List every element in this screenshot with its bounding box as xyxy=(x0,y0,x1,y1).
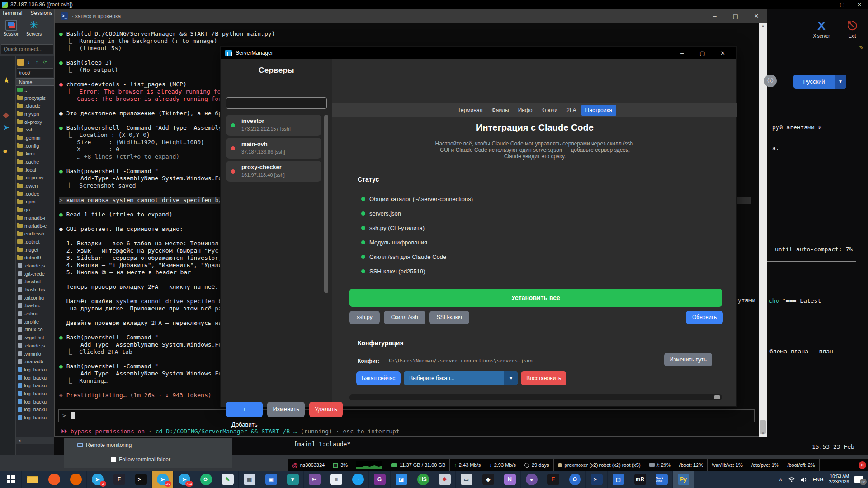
file-row[interactable]: .bashrc xyxy=(16,302,54,310)
taskbar-remote-desktop[interactable]: ▢ xyxy=(608,471,629,488)
taskbar-clock[interactable]: 10:53 AM 2/23/2026 xyxy=(829,474,849,485)
server-card[interactable]: main-ovh37.187.136.86 [ssh] xyxy=(226,138,321,159)
file-row[interactable]: .claude.js xyxy=(16,262,54,270)
file-row[interactable]: log_backu xyxy=(16,389,54,398)
restore-button[interactable]: Восстановить xyxy=(521,371,566,385)
file-row[interactable]: log_backu xyxy=(16,398,54,406)
sm-minimize-button[interactable]: – xyxy=(672,50,692,56)
file-row[interactable]: go xyxy=(16,206,54,214)
dock-app-icon[interactable]: ● xyxy=(3,146,8,155)
taskbar-notes-app[interactable]: ✎ xyxy=(217,471,239,488)
terminal-minimize-button[interactable]: – xyxy=(704,13,725,19)
menu-terminal[interactable]: Terminal xyxy=(2,10,22,16)
Изменить-button[interactable]: Изменить xyxy=(267,402,305,417)
horizontal-scrollbar[interactable] xyxy=(349,394,722,400)
taskbar-ring-app[interactable]: O xyxy=(564,471,586,488)
favorites-star-icon[interactable]: ★ xyxy=(3,76,10,85)
file-row[interactable]: .gemini xyxy=(16,134,54,142)
sm-close-button[interactable]: ✕ xyxy=(712,50,733,56)
file-panel-scrollbar[interactable]: ◄ xyxy=(16,437,55,444)
file-row[interactable]: .kimi xyxy=(16,150,54,158)
backup-now-button[interactable]: Бэкап сейчас xyxy=(356,371,401,385)
sm-maximize-button[interactable]: ▢ xyxy=(692,50,712,56)
server-search-input[interactable] xyxy=(226,97,327,109)
mobaxterm-maximize-button[interactable]: ▢ xyxy=(834,1,851,8)
tab-Инфо[interactable]: Инфо xyxy=(514,105,537,116)
file-row[interactable]: .profile xyxy=(16,318,54,326)
download-icon[interactable]: ↓ xyxy=(25,59,32,66)
taskbar-firefox[interactable] xyxy=(65,471,87,488)
tab-Ключи[interactable]: Ключи xyxy=(538,105,562,116)
taskbar-visual-studio[interactable]: N xyxy=(499,471,521,488)
quick-connect-input[interactable]: Quick connect... xyxy=(1,44,53,54)
edit-pencil-icon[interactable]: ✎ xyxy=(859,44,864,51)
file-row[interactable]: log_backu xyxy=(16,413,54,422)
mobaxterm-close-button[interactable]: ✕ xyxy=(851,1,868,8)
tab-Терминал[interactable]: Терминал xyxy=(453,105,486,116)
terminal-input-box[interactable]: > xyxy=(58,409,755,422)
file-row[interactable]: .tmux.co xyxy=(16,326,54,334)
mobaxterm-minimize-button[interactable]: – xyxy=(816,1,834,8)
exit-button[interactable]: ⎋ Exit xyxy=(840,18,864,45)
chip-ssh.py[interactable]: ssh.py xyxy=(349,311,380,324)
file-row[interactable]: .mariadb_ xyxy=(16,357,54,366)
taskbar-unity[interactable]: ◆ xyxy=(477,471,499,488)
file-row[interactable]: myvpn xyxy=(16,110,54,118)
taskbar-g-app[interactable]: G xyxy=(369,471,391,488)
notification-center-icon[interactable]: 32 xyxy=(854,476,863,483)
server-list-scrollbar[interactable] xyxy=(324,115,328,293)
chip-SSH-ключ[interactable]: SSH-ключ xyxy=(429,311,469,324)
macro-icon[interactable]: ◆ xyxy=(3,110,9,119)
file-row[interactable]: .zshrc xyxy=(16,310,54,318)
file-row[interactable]: .. xyxy=(16,86,54,94)
tab-Файлы[interactable]: Файлы xyxy=(488,105,513,116)
file-row[interactable]: .claude.js xyxy=(16,342,54,350)
terminal-maximize-button[interactable]: ▢ xyxy=(725,13,746,19)
follow-terminal-folder-checkbox[interactable]: Follow terminal folder xyxy=(111,456,170,463)
taskbar-calculator[interactable]: ▦ xyxy=(239,471,260,488)
file-row[interactable]: .git-crede xyxy=(16,270,54,278)
volume-icon[interactable] xyxy=(801,477,807,483)
file-row[interactable]: log_backu xyxy=(16,366,54,374)
file-row[interactable]: mariadb-i xyxy=(16,214,54,222)
file-row[interactable]: .lesshst xyxy=(16,278,54,286)
file-row[interactable]: log_backu xyxy=(16,374,54,382)
taskbar-app-window[interactable]: ▣ xyxy=(260,471,282,488)
taskbar-foxit[interactable]: F xyxy=(108,471,130,488)
files-name-header[interactable]: Name xyxy=(16,78,54,86)
file-row[interactable]: endlessh xyxy=(16,230,54,238)
chip-Скилл /ssh[interactable]: Скилл /ssh xyxy=(384,311,425,324)
x-server-button[interactable]: X X server xyxy=(809,18,834,45)
taskbar-photos[interactable]: ◪ xyxy=(391,471,412,488)
file-row[interactable]: .ssh xyxy=(16,126,54,134)
path-input[interactable]: /root/ xyxy=(17,68,53,77)
taskbar-vault-app[interactable]: ▼ xyxy=(282,471,304,488)
server-card[interactable]: investor173.212.212.157 [ssh] xyxy=(226,115,321,136)
language-dropdown[interactable]: Русский ▼ xyxy=(793,75,846,89)
taskbar-python[interactable]: Py xyxy=(673,471,694,488)
taskbar-telegram[interactable]: ➤2 xyxy=(87,471,108,488)
menu-sessions[interactable]: Sessions xyxy=(30,10,52,16)
scroll-down-icon[interactable]: ▼ xyxy=(759,430,767,437)
taskbar-brave[interactable] xyxy=(43,471,65,488)
refresh-icon[interactable]: ⟳ xyxy=(42,59,48,66)
taskbar-powershell[interactable]: >_ xyxy=(586,471,608,488)
taskbar-hs-app[interactable]: HS xyxy=(412,471,434,488)
file-row[interactable]: .codex xyxy=(16,190,54,198)
file-row[interactable]: proxyapis xyxy=(16,94,54,102)
file-row[interactable]: .local xyxy=(16,166,54,174)
file-row[interactable]: .npm xyxy=(16,198,54,206)
file-row[interactable]: .dotnet xyxy=(16,238,54,246)
file-row[interactable]: log_backu xyxy=(16,381,54,389)
scrollbar-thumb[interactable] xyxy=(714,395,720,399)
Добавить-button[interactable]: + Добавить xyxy=(226,402,263,417)
taskbar-bird-app[interactable]: ~ xyxy=(347,471,369,488)
taskbar-notepad[interactable]: ≡ xyxy=(326,471,347,488)
change-path-button[interactable]: Изменить путь xyxy=(664,353,712,366)
telegram-dock-icon[interactable]: ➤ xyxy=(3,123,9,132)
file-row[interactable]: .config xyxy=(16,142,54,150)
tab-Настройка[interactable]: Настройка xyxy=(581,105,616,116)
server-card[interactable]: proxy-checker161.97.118.40 [ssh] xyxy=(226,161,321,182)
taskbar-quick-utmo[interactable]: Quick utmo xyxy=(651,471,673,488)
file-row[interactable]: .wget-hst xyxy=(16,333,54,342)
